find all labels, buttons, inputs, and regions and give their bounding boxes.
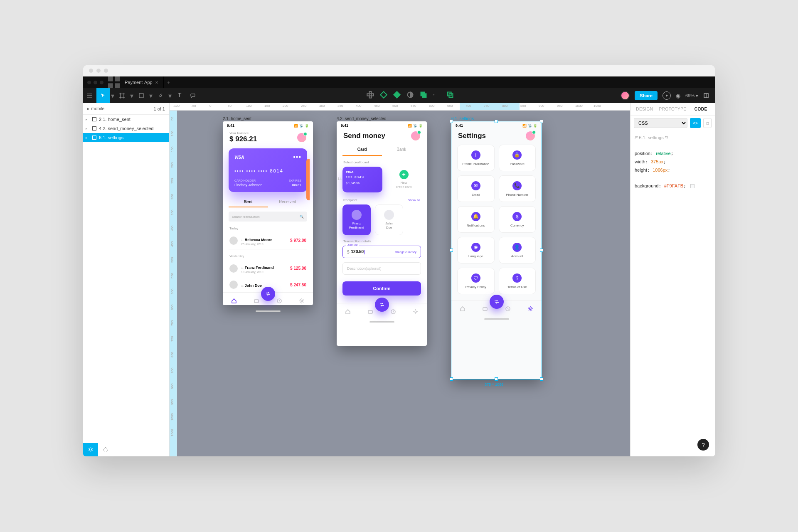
- copy-icon[interactable]: ⧉: [703, 118, 712, 128]
- mini-card[interactable]: VISA •••• 3849 $ 1,345.56: [342, 167, 382, 192]
- selection-handle[interactable]: [540, 377, 543, 381]
- nav-activity-icon[interactable]: [390, 309, 396, 315]
- artboard-home[interactable]: 9:41 📶📡🔋 Your balance $ 926.21 VISA ••• …: [223, 121, 313, 305]
- confirm-button[interactable]: Confirm: [342, 281, 421, 296]
- avatar[interactable]: [526, 131, 535, 140]
- tab-sent[interactable]: Sent: [229, 200, 268, 207]
- shape-tool-chevron[interactable]: ▾: [148, 88, 154, 103]
- layer-row[interactable]: ▸2.1. home_sent: [83, 115, 169, 124]
- present-icon[interactable]: [663, 91, 671, 100]
- artboard-send-money[interactable]: 9:41📶📡🔋 Send money Card Bank Select cred…: [337, 121, 427, 346]
- tab-prototype[interactable]: PROTOTYPE: [659, 103, 687, 115]
- nav-settings-icon[interactable]: [413, 309, 419, 315]
- selection-handle[interactable]: [450, 377, 453, 381]
- tab-design[interactable]: DESIGN: [631, 103, 659, 115]
- nav-home-icon[interactable]: [345, 309, 351, 315]
- artboard-label[interactable]: 4.2. send_money_selected: [337, 116, 387, 121]
- code-output[interactable]: /* 6.1. settings */ position: relative; …: [631, 132, 715, 192]
- code-language-select[interactable]: CSS: [634, 118, 687, 128]
- transaction-row[interactable]: to:Rebecca Moore20 January, 2019 $ 972.0…: [229, 232, 307, 249]
- tab-bank[interactable]: Bank: [382, 144, 421, 156]
- selection-handle[interactable]: [540, 120, 543, 123]
- avatar[interactable]: [411, 131, 420, 140]
- description-input[interactable]: Description (optional): [342, 262, 421, 275]
- assets-tab-icon[interactable]: [98, 443, 113, 456]
- nav-wallet-icon[interactable]: [482, 306, 488, 312]
- amount-input[interactable]: Amount $ 120.50 change currency: [342, 246, 421, 258]
- tab-card[interactable]: Card: [342, 144, 382, 156]
- selection-handle[interactable]: [450, 120, 453, 123]
- show-all-link[interactable]: Show all: [408, 198, 420, 202]
- settings-card[interactable]: ◉Language: [457, 237, 495, 264]
- menu-icon[interactable]: [83, 88, 96, 103]
- settings-card[interactable]: ✉Email: [457, 175, 495, 202]
- avatar[interactable]: [297, 133, 306, 142]
- view-settings-icon[interactable]: ◉: [676, 93, 680, 99]
- comment-tool[interactable]: [186, 88, 200, 103]
- pen-tool[interactable]: [154, 88, 167, 103]
- canvas[interactable]: 2.1. home_sent 9:41 📶📡🔋 Your balance $ 9…: [177, 111, 630, 456]
- fab-transfer[interactable]: [261, 287, 275, 301]
- layer-row-selected[interactable]: ▸6.1. settings: [83, 133, 169, 142]
- settings-card[interactable]: 🛡Privacy Policy: [457, 268, 495, 294]
- boolean-union-icon[interactable]: [380, 91, 387, 99]
- selection-handle[interactable]: [495, 120, 498, 123]
- selection-handle[interactable]: [540, 249, 543, 252]
- move-tool-chevron[interactable]: ▾: [110, 88, 116, 103]
- text-tool[interactable]: T: [173, 88, 186, 103]
- artboard-settings[interactable]: 9:41📶📡🔋 Settings iProfile Information🔒Pa…: [451, 121, 542, 379]
- code-icon[interactable]: <>: [690, 118, 701, 128]
- search-input[interactable]: Search transaction 🔍: [229, 212, 307, 222]
- canvas-tools-chevron[interactable]: ▾: [433, 93, 441, 101]
- file-tab[interactable]: Payment-App ✕: [120, 76, 164, 88]
- mask-icon[interactable]: [406, 91, 414, 99]
- fab-transfer[interactable]: [375, 298, 389, 312]
- settings-card[interactable]: ?Terms of Use: [499, 268, 536, 294]
- nav-wallet-icon[interactable]: [254, 298, 259, 304]
- shape-tool[interactable]: [135, 88, 148, 103]
- grid-icon[interactable]: [108, 76, 120, 88]
- settings-card[interactable]: iProfile Information: [457, 145, 495, 171]
- new-card-button[interactable]: + New credit card: [387, 167, 421, 192]
- artboard-label-selected[interactable]: 6.1. settings: [451, 116, 474, 121]
- layer-row[interactable]: ▸4.2. send_money_selected: [83, 124, 169, 133]
- transaction-row[interactable]: to:Franz Ferdinand19 January, 2019 $ 125…: [229, 260, 307, 277]
- pen-tool-chevron[interactable]: ▾: [167, 88, 173, 103]
- component-icon[interactable]: [367, 91, 374, 99]
- nav-activity-icon[interactable]: [505, 306, 511, 312]
- page-selector[interactable]: ▸ mobile 1 of 1: [83, 103, 169, 115]
- recipient-selected[interactable]: Franz Ferdinand: [342, 204, 371, 235]
- frame-tool[interactable]: [116, 88, 129, 103]
- settings-card[interactable]: 👤Account: [499, 237, 536, 264]
- close-icon[interactable]: ✕: [155, 80, 158, 85]
- tab-code[interactable]: CODE: [687, 103, 715, 115]
- help-docs-icon[interactable]: [703, 93, 709, 99]
- boolean-exclude-icon[interactable]: [446, 91, 454, 99]
- settings-card[interactable]: 📞Phone Number: [499, 175, 536, 202]
- settings-card[interactable]: $Currency: [499, 206, 536, 233]
- share-button[interactable]: Share: [635, 91, 658, 100]
- layers-tab-icon[interactable]: [83, 443, 98, 456]
- recipient[interactable]: John Doe: [375, 204, 403, 235]
- tab-received[interactable]: Received: [268, 200, 308, 207]
- artboard-label[interactable]: 2.1. home_sent: [223, 116, 251, 121]
- selection-handle[interactable]: [450, 249, 453, 252]
- move-tool[interactable]: [96, 88, 110, 103]
- nav-settings-icon[interactable]: [527, 306, 533, 312]
- user-avatar[interactable]: [621, 91, 630, 100]
- fab-transfer[interactable]: [490, 295, 504, 309]
- nav-home-icon[interactable]: [231, 298, 237, 304]
- boolean-intersect-icon[interactable]: [420, 91, 427, 99]
- selection-handle[interactable]: [495, 377, 498, 381]
- change-currency-link[interactable]: change currency: [395, 251, 416, 254]
- add-tab-button[interactable]: ＋: [164, 79, 174, 86]
- zoom-level[interactable]: 69% ▾: [685, 93, 698, 99]
- help-button[interactable]: ?: [697, 439, 709, 451]
- boolean-subtract-icon[interactable]: [393, 91, 401, 99]
- settings-card[interactable]: 🔔Notifications: [457, 206, 495, 233]
- settings-card[interactable]: 🔒Password: [499, 145, 536, 171]
- nav-settings-icon[interactable]: [299, 298, 305, 304]
- frame-tool-chevron[interactable]: ▾: [129, 88, 135, 103]
- credit-card[interactable]: VISA ••• •••• •••• •••• 8014 CARD HOLDER…: [229, 148, 307, 192]
- nav-activity-icon[interactable]: [276, 298, 282, 304]
